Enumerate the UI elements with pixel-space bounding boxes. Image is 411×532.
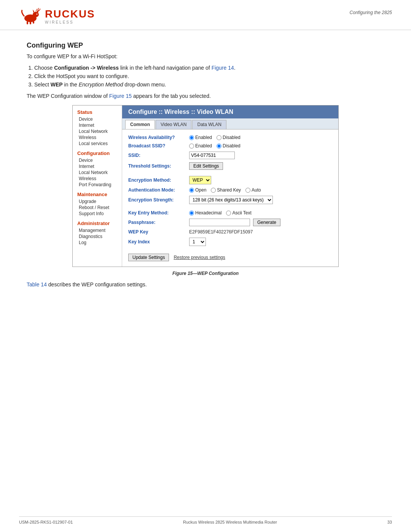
main-content: Configuring WEP To configure WEP for a W… (0, 30, 411, 303)
key-hex-label: Hexadecimal (195, 210, 221, 216)
broadcast-ssid-label: Broadcast SSID? (128, 143, 189, 149)
ssid-input[interactable] (189, 152, 235, 159)
after-figure-text: describes the WEP configuration settings… (47, 281, 147, 288)
figure14-link[interactable]: Figure 14 (212, 65, 234, 71)
wireless-enabled-label: Enabled (195, 135, 212, 140)
auth-auto-radio[interactable] (245, 188, 250, 193)
auth-shared-radio[interactable] (211, 188, 216, 193)
key-index-row: Key Index 1 2 3 4 (128, 238, 332, 246)
tab-data-wlan[interactable]: Data WLAN (192, 120, 226, 129)
svg-rect-6 (33, 21, 34, 24)
page-header: RUCKUS WIRELESS Configuring the 2825 (0, 0, 411, 30)
auth-open-radio[interactable] (189, 188, 194, 193)
encryption-strength-row: Encryption Strength: 128 bit (26 hex dig… (128, 196, 332, 204)
key-entry-row: Key Entry Method: Hexadecimal Ascii Text (128, 210, 332, 216)
wireless-availability-options: Enabled Disabled (189, 135, 241, 140)
restore-link[interactable]: Restore previous settings (174, 255, 225, 260)
figure15-ref-link[interactable]: Figure 15 (109, 93, 132, 99)
divider2 (128, 207, 332, 210)
broadcast-ssid-row: Broadcast SSID? Enabled Disabled (128, 143, 332, 149)
tab-common[interactable]: Common (125, 120, 155, 129)
sidebar-item-localnetwork-status[interactable]: Local Network (77, 128, 117, 134)
svg-rect-4 (27, 21, 28, 24)
broadcast-enabled-option[interactable]: Enabled (189, 143, 212, 149)
svg-point-7 (37, 14, 38, 15)
encryption-strength-select[interactable]: 128 bit (26 hex digits/13 ascii keys) (189, 196, 273, 204)
key-index-select[interactable]: 1 2 3 4 (189, 238, 206, 246)
panel-title: Configure :: Wireless :: Video WLAN (122, 105, 338, 118)
page-footer: USM-2825-RKS1-012907-01 Ruckus Wireless … (19, 516, 392, 524)
generate-button[interactable]: Generate (253, 219, 280, 226)
wireless-availability-row: Wireless Availability? Enabled Disabled (128, 135, 332, 140)
encryption-method-select[interactable]: WEP (189, 176, 211, 184)
step3-italic: Encryption Method (79, 81, 123, 88)
step1-bold: Configuration -> Wireless (54, 65, 119, 71)
table14-link[interactable]: Table 14 (27, 281, 47, 288)
broadcast-disabled-radio[interactable] (217, 144, 221, 149)
step-2: Click the HotSpot you want to configure. (34, 73, 384, 79)
edit-settings-button[interactable]: Edit Settings (189, 162, 223, 170)
wireless-enabled-option[interactable]: Enabled (189, 135, 212, 140)
wireless-availability-label: Wireless Availability? (128, 135, 189, 140)
sidebar-item-management[interactable]: Management (77, 227, 117, 233)
sidebar-item-portforwarding-config[interactable]: Port Forwarding (77, 182, 117, 188)
wireless-enabled-radio[interactable] (189, 135, 194, 140)
auth-shared-label: Shared Key (217, 187, 241, 193)
sidebar-item-localservices-status[interactable]: Local services (77, 141, 117, 147)
auth-auto-option[interactable]: Auto (245, 187, 261, 193)
sidebar-item-reboot[interactable]: Reboot / Reset (77, 204, 117, 211)
footer-center: Ruckus Wireless 2825 Wireless Multimedia… (183, 520, 277, 524)
sidebar-item-internet-status[interactable]: Internet (77, 122, 117, 128)
sidebar-status-title: Status (77, 109, 117, 115)
broadcast-ssid-options: Enabled Disabled (189, 143, 241, 149)
step-3: Select WEP in the Encryption Method drop… (34, 81, 384, 88)
broadcast-enabled-label: Enabled (195, 143, 212, 149)
form-area: Wireless Availability? Enabled Disabled (122, 129, 338, 267)
svg-line-8 (36, 9, 37, 11)
broadcast-disabled-option[interactable]: Disabled (217, 143, 241, 149)
encryption-strength-label: Encryption Strength: (128, 197, 189, 203)
sidebar-item-wireless-config[interactable]: Wireless (77, 176, 117, 182)
key-ascii-label: Ascii Text (232, 210, 251, 216)
passphrase-label: Passphrase: (128, 220, 189, 225)
passphrase-input[interactable] (189, 219, 250, 226)
sidebar-item-log[interactable]: Log (77, 240, 117, 246)
sidebar: Status Device Internet Local Network Wir… (73, 105, 122, 267)
brand-name: RUCKUS (45, 9, 95, 19)
wireless-disabled-radio[interactable] (217, 135, 221, 140)
wireless-disabled-option[interactable]: Disabled (217, 135, 241, 140)
sidebar-item-upgrade[interactable]: Upgrade (77, 198, 117, 204)
key-hex-radio[interactable] (189, 211, 194, 216)
auth-shared-option[interactable]: Shared Key (211, 187, 241, 193)
figure-caption-text: Figure 15—WEP Configuration (172, 271, 239, 276)
sidebar-config-title: Configuration (77, 150, 117, 156)
auth-open-option[interactable]: Open (189, 187, 206, 193)
figure-ref-text: The WEP Configuration window of Figure 1… (27, 93, 384, 99)
divider1 (128, 173, 332, 176)
sidebar-item-diagnostics[interactable]: Diagnostics (77, 233, 117, 240)
auth-auto-label: Auto (252, 187, 261, 193)
threshold-value-area: Edit Settings (189, 162, 223, 170)
tabs-bar: Common Video WLAN Data WLAN (122, 118, 338, 129)
sidebar-item-localnetwork-config[interactable]: Local Network (77, 169, 117, 176)
sidebar-item-wireless-status[interactable]: Wireless (77, 134, 117, 141)
sidebar-item-device-status[interactable]: Device (77, 116, 117, 122)
sidebar-item-device-config[interactable]: Device (77, 157, 117, 163)
update-settings-button[interactable]: Update Settings (128, 254, 169, 261)
main-panel: Configure :: Wireless :: Video WLAN Comm… (122, 105, 338, 267)
key-hex-option[interactable]: Hexadecimal (189, 210, 221, 216)
logo: RUCKUS WIRELESS (19, 7, 95, 26)
sidebar-item-internet-config[interactable]: Internet (77, 163, 117, 169)
sidebar-item-supportinfo[interactable]: Support Info (77, 211, 117, 217)
broadcast-enabled-radio[interactable] (189, 144, 194, 149)
wep-key-value-area: E2F9859E1F402276FDF15097 (189, 229, 253, 235)
footer-right: 33 (387, 520, 392, 524)
wep-key-row: WEP Key E2F9859E1F402276FDF15097 (128, 229, 332, 235)
encryption-strength-value: 128 bit (26 hex digits/13 ascii keys) (189, 196, 273, 204)
tab-video-wlan[interactable]: Video WLAN (156, 120, 191, 129)
auth-mode-options: Open Shared Key Auto (189, 187, 261, 193)
key-ascii-radio[interactable] (226, 211, 231, 216)
key-ascii-option[interactable]: Ascii Text (226, 210, 251, 216)
ssid-label: SSID: (128, 153, 189, 158)
key-entry-label: Key Entry Method: (128, 210, 189, 216)
